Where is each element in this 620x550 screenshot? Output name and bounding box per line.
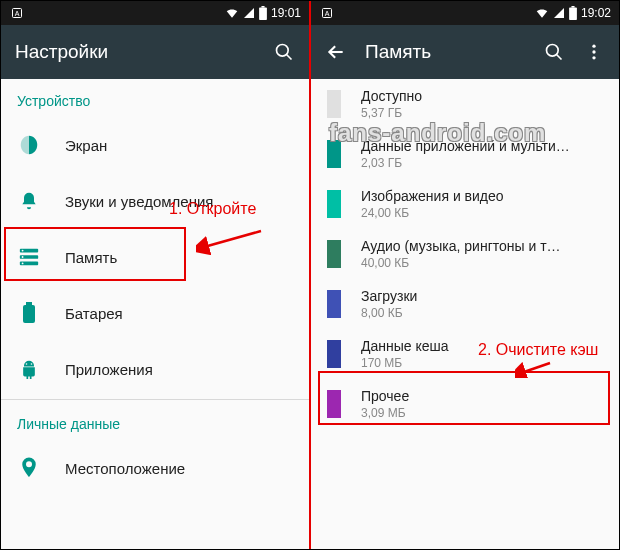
search-icon[interactable]: [273, 41, 295, 63]
battery-icon: [259, 6, 267, 20]
section-personal: Личные данные: [1, 402, 309, 440]
storage-value: 24,00 КБ: [361, 206, 603, 220]
svg-rect-12: [23, 305, 35, 323]
status-bar: A 19:02: [311, 1, 619, 25]
svg-rect-2: [259, 8, 267, 20]
storage-color-chip: [327, 140, 341, 168]
status-time: 19:02: [581, 6, 611, 20]
storage-color-chip: [327, 340, 341, 368]
storage-value: 40,00 КБ: [361, 256, 603, 270]
storage-value: 2,03 ГБ: [361, 156, 603, 170]
status-time: 19:01: [271, 6, 301, 20]
storage-color-chip: [327, 290, 341, 318]
app-bar: Настройки: [1, 25, 309, 79]
display-icon: [17, 133, 41, 157]
android-icon: [17, 357, 41, 381]
svg-point-11: [22, 263, 24, 265]
svg-point-4: [277, 45, 289, 57]
keyboard-indicator-icon: A: [11, 7, 23, 19]
settings-item-label: Память: [65, 249, 117, 266]
settings-item-label: Местоположение: [65, 460, 185, 477]
storage-row-cache[interactable]: Данные кеша 170 МБ: [311, 329, 619, 379]
signal-icon: [553, 7, 565, 19]
storage-value: 170 МБ: [361, 356, 603, 370]
svg-point-9: [22, 250, 24, 252]
storage-color-chip: [327, 90, 341, 118]
svg-rect-13: [26, 302, 32, 305]
settings-item-apps[interactable]: Приложения: [1, 341, 309, 397]
app-bar: Память: [311, 25, 619, 79]
settings-list: Устройство Экран Звуки и уведомления Пам…: [1, 79, 309, 549]
page-title: Память: [365, 41, 525, 63]
storage-label: Изображения и видео: [361, 188, 603, 204]
storage-color-chip: [327, 190, 341, 218]
back-icon[interactable]: [325, 41, 347, 63]
storage-label: Данные кеша: [361, 338, 603, 354]
svg-line-5: [287, 55, 292, 60]
storage-label: Данные приложений и мульти…: [361, 138, 603, 154]
settings-item-label: Экран: [65, 137, 107, 154]
storage-row-downloads[interactable]: Загрузки 8,00 КБ: [311, 279, 619, 329]
storage-row-apps[interactable]: Данные приложений и мульти… 2,03 ГБ: [311, 129, 619, 179]
storage-row-images[interactable]: Изображения и видео 24,00 КБ: [311, 179, 619, 229]
location-icon: [17, 456, 41, 480]
overflow-menu-icon[interactable]: [583, 41, 605, 63]
storage-value: 5,37 ГБ: [361, 106, 603, 120]
storage-value: 3,09 МБ: [361, 406, 603, 420]
phone-left-settings: A 19:01 Настройки Устройство Экран: [1, 1, 309, 549]
storage-row-misc[interactable]: Прочее 3,09 МБ: [311, 379, 619, 429]
svg-rect-3: [261, 6, 264, 8]
settings-item-location[interactable]: Местоположение: [1, 440, 309, 496]
storage-label: Загрузки: [361, 288, 603, 304]
settings-item-label: Звуки и уведомления: [65, 193, 213, 210]
settings-item-label: Приложения: [65, 361, 153, 378]
storage-value: 8,00 КБ: [361, 306, 603, 320]
bell-icon: [17, 189, 41, 213]
settings-item-sound[interactable]: Звуки и уведомления: [1, 173, 309, 229]
svg-rect-19: [569, 8, 577, 20]
svg-point-15: [31, 363, 33, 365]
storage-label: Аудио (музыка, рингтоны и т…: [361, 238, 603, 254]
settings-item-battery[interactable]: Батарея: [1, 285, 309, 341]
status-bar: A 19:01: [1, 1, 309, 25]
signal-icon: [243, 7, 255, 19]
svg-point-10: [22, 256, 24, 258]
settings-item-display[interactable]: Экран: [1, 117, 309, 173]
svg-point-14: [26, 363, 28, 365]
battery-icon: [17, 301, 41, 325]
svg-text:A: A: [15, 10, 20, 17]
storage-color-chip: [327, 390, 341, 418]
svg-line-23: [557, 55, 562, 60]
storage-color-chip: [327, 240, 341, 268]
wifi-icon: [535, 6, 549, 20]
search-icon[interactable]: [543, 41, 565, 63]
svg-point-24: [592, 45, 595, 48]
storage-label: Прочее: [361, 388, 603, 404]
svg-rect-20: [571, 6, 574, 8]
wifi-icon: [225, 6, 239, 20]
settings-item-label: Батарея: [65, 305, 123, 322]
storage-row-available[interactable]: Доступно 5,37 ГБ: [311, 79, 619, 129]
divider: [1, 399, 309, 400]
svg-point-25: [592, 50, 595, 53]
settings-item-memory[interactable]: Память: [1, 229, 309, 285]
battery-icon: [569, 6, 577, 20]
svg-text:A: A: [325, 10, 330, 17]
storage-label: Доступно: [361, 88, 603, 104]
storage-row-audio[interactable]: Аудио (музыка, рингтоны и т… 40,00 КБ: [311, 229, 619, 279]
keyboard-indicator-icon: A: [321, 7, 333, 19]
svg-point-26: [592, 56, 595, 59]
svg-point-22: [547, 45, 559, 57]
storage-list: Доступно 5,37 ГБ Данные приложений и мул…: [311, 79, 619, 549]
storage-icon: [17, 245, 41, 269]
phone-right-memory: A 19:02 Память Доступно 5: [311, 1, 619, 549]
page-title: Настройки: [15, 41, 255, 63]
section-device: Устройство: [1, 79, 309, 117]
